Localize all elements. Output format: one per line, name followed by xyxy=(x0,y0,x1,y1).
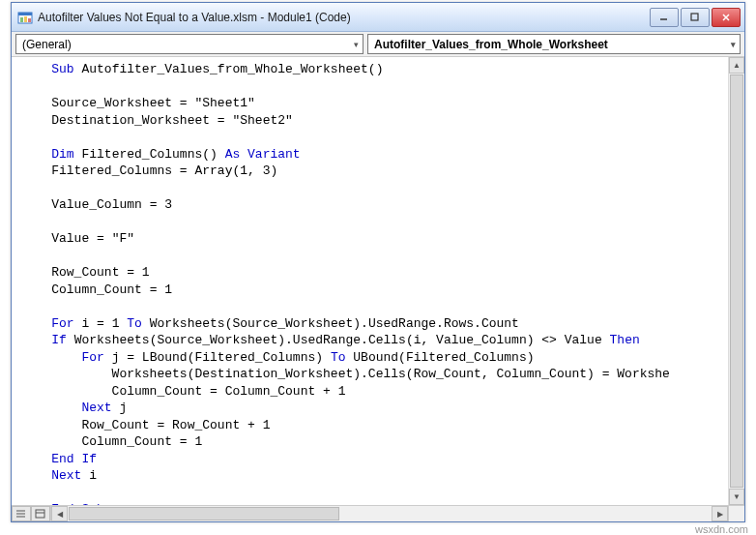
code-window: Autofilter Values Not Equal to a Value.x… xyxy=(11,2,745,522)
scroll-corner xyxy=(728,506,744,521)
chevron-down-icon: ▾ xyxy=(354,40,359,49)
chevron-down-icon: ▾ xyxy=(731,40,736,49)
svg-rect-4 xyxy=(28,18,31,22)
code-area: Sub Autofilter_Values_from_Whole_Workshe… xyxy=(12,57,744,505)
object-dropdown-label: (General) xyxy=(22,38,72,51)
watermark: wsxdn.com xyxy=(695,523,748,535)
titlebar[interactable]: Autofilter Values Not Equal to a Value.x… xyxy=(12,3,744,32)
dropdown-bar: (General) ▾ Autofilter_Values_from_Whole… xyxy=(12,32,744,57)
scroll-up-button[interactable]: ▲ xyxy=(729,57,744,74)
scroll-down-button[interactable]: ▼ xyxy=(729,489,744,505)
object-dropdown[interactable]: (General) ▾ xyxy=(15,34,363,54)
svg-rect-3 xyxy=(24,16,27,22)
full-module-view-button[interactable] xyxy=(31,506,50,521)
horizontal-scroll-thumb[interactable] xyxy=(69,507,339,520)
svg-rect-12 xyxy=(36,510,44,518)
scroll-left-button[interactable]: ◀ xyxy=(51,506,68,521)
procedure-view-button[interactable] xyxy=(12,506,31,521)
view-buttons xyxy=(12,506,50,521)
code-editor[interactable]: Sub Autofilter_Values_from_Whole_Workshe… xyxy=(12,57,744,505)
horizontal-scrollbar[interactable]: ◀ ▶ xyxy=(50,506,728,521)
procedure-dropdown-label: Autofilter_Values_from_Whole_Worksheet xyxy=(374,38,608,51)
minimize-button[interactable] xyxy=(650,8,679,27)
app-icon xyxy=(17,10,33,25)
svg-rect-1 xyxy=(18,13,32,15)
window-controls xyxy=(650,8,741,27)
svg-rect-2 xyxy=(20,17,23,22)
vertical-scrollbar[interactable]: ▲ ▼ xyxy=(728,57,744,505)
bottom-bar: ◀ ▶ xyxy=(12,505,744,521)
maximize-button[interactable] xyxy=(681,8,710,27)
close-button[interactable] xyxy=(712,8,741,27)
window-title: Autofilter Values Not Equal to a Value.x… xyxy=(38,11,650,24)
vertical-scroll-thumb[interactable] xyxy=(730,74,743,488)
svg-rect-6 xyxy=(691,14,698,20)
procedure-dropdown[interactable]: Autofilter_Values_from_Whole_Worksheet ▾ xyxy=(367,34,741,54)
scroll-right-button[interactable]: ▶ xyxy=(712,506,728,521)
